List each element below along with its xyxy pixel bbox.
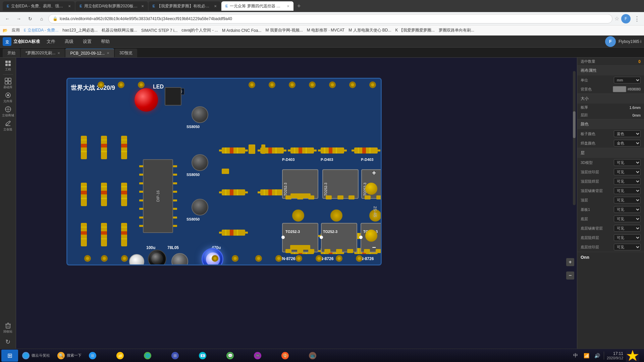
back-button[interactable]: ←: [3, 14, 12, 23]
menu-settings[interactable]: 设置: [80, 37, 94, 46]
ss8050-3-label: SS8050: [186, 217, 200, 221]
pcb-board[interactable]: 世界大战 2020/9 LED GND信号 SS8050 SS8050 SS80…: [66, 78, 382, 265]
bottom-paste-select[interactable]: 可见: [614, 225, 641, 232]
sidebar-item-project[interactable]: 工程: [1, 59, 15, 72]
bookmark-11[interactable]: 萝圈双路单向有刷...: [439, 27, 474, 33]
refresh-button[interactable]: ↻: [25, 14, 35, 23]
pcb-tab-close[interactable]: ✕: [107, 51, 109, 55]
start-button[interactable]: ⊞: [1, 350, 18, 362]
browser-tab-3[interactable]: E 【我爱萝圈爱萝圈】有枕必填】... ✕: [149, 1, 221, 11]
taskbar-item-8[interactable]: 🎮: [251, 350, 277, 361]
editor-tab-schematic[interactable]: *萝圈2020无刷... ✕: [21, 49, 65, 57]
onn-row: Onn: [577, 252, 644, 262]
taskbar-item-6[interactable]: 📧: [196, 350, 222, 361]
bookmark-star[interactable]: ☆: [614, 15, 619, 22]
pad-tr-3: [289, 81, 296, 88]
profile-button[interactable]: F: [621, 14, 631, 23]
menu-advanced[interactable]: 高级: [62, 37, 76, 46]
bookmark-10[interactable]: K 【我爱萝圈爱萝圈...: [395, 27, 435, 33]
bookmark-9[interactable]: M 人形电脑天使心 BD...: [348, 27, 391, 33]
url-input[interactable]: 🔒 lceda.cn/editor#id=a962c928b19c4d4e95f…: [48, 14, 612, 23]
clock[interactable]: 17:11 2020/9/12: [607, 351, 623, 360]
bookmark-8[interactable]: M 电影推荐 · MVCAT: [307, 27, 344, 33]
taskbar-item-3[interactable]: 📁: [113, 350, 140, 361]
resistor-h-7: [260, 189, 284, 195]
model-star-icon[interactable]: [626, 350, 639, 362]
menu-file[interactable]: 文件: [44, 37, 58, 46]
browser-menu-button[interactable]: ⋮: [633, 14, 641, 24]
top-silk-select[interactable]: 可见: [614, 169, 641, 175]
resistor-h-3: [290, 147, 314, 154]
sidebar-item-basic[interactable]: 基础库: [1, 77, 15, 90]
svg-text:立: 立: [5, 40, 9, 44]
taskbar-item-9[interactable]: 🎨: [278, 350, 305, 361]
forward-button[interactable]: →: [14, 14, 23, 23]
bookmark-3[interactable]: 机器云物联网云服...: [102, 27, 137, 33]
layer-section: 层 3D模型 可见 顶层丝印层 可见 顶层阻焊层: [577, 148, 644, 252]
sidebar-item-components[interactable]: 元件库: [1, 91, 15, 104]
bookmark-2[interactable]: hao123_上网必选...: [62, 27, 98, 33]
canvas-scroll-thumb[interactable]: [573, 111, 576, 138]
taskbar-item-1[interactable]: 🔍 搜索一下: [54, 350, 85, 361]
editor-tab-start[interactable]: 开始: [3, 49, 20, 57]
top-paste-select[interactable]: 可见: [614, 187, 641, 194]
canvas-scroll-vertical[interactable]: [573, 71, 576, 205]
menu-help[interactable]: 帮助: [98, 37, 112, 46]
schematic-tab-close[interactable]: ✕: [57, 51, 60, 55]
bg-color-box[interactable]: [613, 86, 626, 92]
model-3d-select[interactable]: 可见: [614, 159, 641, 166]
editor-tab-3d[interactable]: 3D预览: [115, 49, 137, 57]
layer-header[interactable]: 层: [577, 148, 644, 158]
add-tab-button[interactable]: +: [294, 1, 304, 11]
pad-b-7: [275, 255, 282, 262]
unit-select[interactable]: mm: [614, 77, 641, 83]
browser-tab-1[interactable]: E 立创EDA - 免费、易用、强大的... ✕: [3, 1, 75, 11]
board-properties-header[interactable]: 画布属性: [577, 66, 644, 75]
sidebar-item-create[interactable]: 立创造: [1, 119, 15, 132]
board-color-select[interactable]: 蓝色: [614, 130, 641, 137]
top-res-select[interactable]: 可见: [614, 178, 641, 185]
board1-select[interactable]: 可见: [614, 206, 641, 213]
bookmark-6[interactable]: M Arduino CNC Foa...: [222, 28, 261, 33]
refresh-button[interactable]: ↻: [1, 335, 15, 349]
browser-tab-4[interactable]: E 一元众筹 萝圈四代遥控器 有刷... ✕: [221, 1, 293, 11]
top-silk-row: 顶层丝印层 可见: [577, 167, 644, 177]
tab-3-close[interactable]: ✕: [214, 4, 217, 8]
sidebar-item-trash[interactable]: 回收站: [1, 321, 15, 335]
taskbar-item-0[interactable]: 🌐 德云斗笑社: [19, 350, 53, 361]
create-icon: [5, 120, 11, 127]
pad-b-6: [255, 255, 262, 262]
bookmark-1[interactable]: E 立创EDA - 免费...: [24, 27, 58, 33]
taskbar-item-5[interactable]: ⊞: [168, 350, 195, 361]
color-header[interactable]: 颜色: [577, 119, 644, 129]
taskbar-item-2[interactable]: ⊞: [86, 350, 112, 361]
editor-tab-pcb[interactable]: PCB_2020-09-12... ✕: [65, 49, 114, 57]
top-layer-select[interactable]: 可见: [614, 197, 641, 203]
bottom-silk-select[interactable]: 可见: [614, 244, 641, 250]
bookmark-0[interactable]: 应用: [12, 27, 20, 33]
zoom-out-button[interactable]: −: [566, 272, 574, 280]
taskbar-item-10[interactable]: 📺: [306, 350, 332, 361]
sidebar-item-mall[interactable]: 立创商城: [1, 105, 15, 118]
home-button[interactable]: ⌂: [37, 14, 46, 23]
size-header[interactable]: 大小: [577, 94, 644, 104]
bookmark-4[interactable]: SIMATIC STEP 7 i...: [141, 28, 177, 33]
bookmark-5[interactable]: cavaj的个人空间 - ...: [181, 27, 218, 33]
browser-tab-2[interactable]: E 用立创EDA绘制萝圈2020板无... ✕: [75, 1, 148, 11]
bottom-res-select[interactable]: 可见: [614, 234, 641, 241]
bottom-layer-select[interactable]: 可见: [614, 216, 641, 222]
tab-4-close[interactable]: ✕: [287, 4, 289, 8]
zoom-in-button[interactable]: +: [566, 258, 574, 266]
taskbar-item-7[interactable]: 💬: [223, 350, 250, 361]
bookmark-7[interactable]: M 我要自学网-视频...: [265, 27, 303, 33]
p-d403-1-label: P-D403: [282, 158, 294, 162]
volume-icon[interactable]: 🔊: [593, 352, 601, 360]
canvas-area[interactable]: 世界大战 2020/9 LED GND信号 SS8050 SS8050 SS80…: [16, 58, 577, 350]
lang-icon[interactable]: 中: [572, 352, 580, 360]
tab-2-close[interactable]: ✕: [141, 4, 144, 8]
tab-1-close[interactable]: ✕: [68, 4, 71, 8]
pad-color-select[interactable]: 金色: [614, 140, 641, 146]
taskbar-item-4[interactable]: 🌐: [141, 350, 167, 361]
user-avatar[interactable]: F: [605, 36, 616, 47]
network-icon[interactable]: 📶: [582, 352, 590, 360]
